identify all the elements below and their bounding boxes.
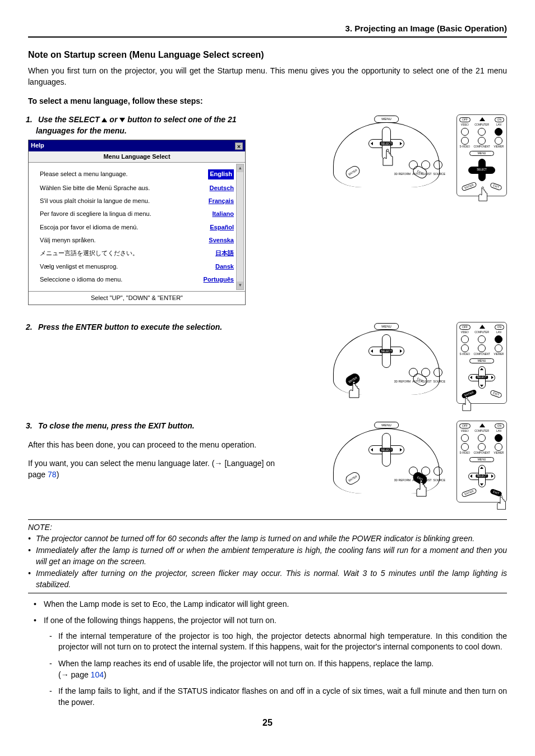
lang-prompt: Seleccione o idioma do menu. [40,275,122,284]
lang-prompt: メニュー言語を選択してください。 [40,249,139,257]
lang-prompt: Please select a menu language. [40,170,128,178]
lang-name: Français [209,197,234,205]
scroll-down-icon[interactable]: ▾ [237,282,243,289]
down-triangle-icon [119,118,125,122]
lang-name: Deutsch [210,184,234,192]
remote-exit-button: EXIT [490,390,502,399]
lang-name: English [208,169,234,179]
step2-row: 2. Press the ENTER button to execute the… [28,322,507,404]
intro-paragraph: When you first turn on the projector, yo… [28,66,507,87]
up-arrow-icon [480,160,483,163]
lang-prompt: Välj menyn språken. [40,236,96,245]
list-item[interactable]: Per favore di scegliere la lingua di men… [40,208,234,220]
remote-exit-button: EXIT [490,182,502,191]
list-item[interactable]: メニュー言語を選択してください。 日本語 [40,247,234,260]
hand-pointer-icon [493,494,508,512]
lang-prompt: Wählen Sie bitte die Menü Sprache aus. [40,184,150,192]
dialog-footer: Select "UP", "DOWN" & "ENTER" [29,291,245,305]
page-number: 25 [28,717,507,729]
dash-item: If the lamp fails to light, and if the S… [58,686,507,708]
step2: 2. Press the ENTER button to execute the… [28,322,275,333]
note-block: NOTE: The projector cannot be turned off… [28,522,507,591]
lang-prompt: Escoja por favor el idioma de menú. [40,223,138,232]
remote-diagram-enter: OFFON VIDEOCOMPUTERLAN S-VIDEOCOMPONENTV… [456,322,507,404]
step3-row: 3. To close the menu, press the EXIT but… [28,421,507,503]
close-icon[interactable]: × [235,142,243,150]
list-item[interactable]: Escoja por favor el idioma de menú. Espa… [40,221,234,234]
lang-name: 日本語 [215,249,234,257]
menu-language-dialog: Help × Menu Language Select Please selec… [28,140,246,305]
panel-select-cross: SELECT [368,338,404,365]
up-triangle-icon [102,118,107,122]
dash-list: If the internal temperature of the proje… [44,631,507,708]
step1-num: 1. [26,114,36,126]
lang-prompt: Per favore di scegliere la lingua di men… [40,210,151,218]
right-arrow-icon [400,142,402,145]
dialog-subtitle: Menu Language Select [29,151,245,163]
list-item[interactable]: Seleccione o idioma do menu. Português [40,273,234,286]
bullet-list: When the Lamp mode is set to Eco, the La… [28,599,507,708]
hand-pointer-icon [458,395,473,413]
after-step-text2: If you want, you can select the menu lan… [28,458,275,480]
control-panel-diagram-enter: MENU SELECT ENTER EXIT 3D REFORMAUTO ADJ… [333,322,440,389]
lang-name: Dansk [215,262,234,271]
lang-name: Español [210,223,234,232]
scrollbar[interactable]: ▴ ▾ [236,164,244,290]
lang-name: Português [204,275,234,284]
after-step-text1: After this has been done, you can procee… [28,440,275,451]
panel-aux-buttons [409,160,442,169]
divider [28,519,507,520]
list-item[interactable]: Välj menyn språken. Svenska [40,234,234,247]
step1: 1. Use the SELECT or button to select on… [28,114,275,136]
bullet-item: If one of the following things happens, … [44,615,507,708]
lang-prompt: S'il vous plaît choisir la langue de men… [40,197,150,205]
dash-item: When the lamp reaches its end of usable … [58,658,507,680]
left-arrow-icon [371,142,373,145]
list-item[interactable]: S'il vous plaît choisir la langue de men… [40,195,234,208]
panel-aux-labels: 3D REFORMAUTO ADJUSTSOURCE [394,172,445,176]
panel-select-label: SELECT [380,142,393,146]
page-link-104[interactable]: 104 [91,670,104,679]
step3-num: 3. [26,421,36,432]
step1-row: 1. Use the SELECT or button to select on… [28,114,507,305]
remote-menu-button: MENU [469,151,495,156]
step2-num: 2. [26,322,36,333]
remote-diagram-exit: OFFON VIDEOCOMPUTERLAN S-VIDEOCOMPONENTV… [456,421,507,503]
subheading: Note on Startup screen (Menu Language Se… [28,49,507,61]
control-panel-diagram-select: MENU SELECT ENTER EXIT 3D REFORMAUTO ADJ… [333,114,440,182]
down-arrow-icon [480,177,483,179]
scroll-up-icon[interactable]: ▴ [237,164,243,172]
list-item[interactable]: Wählen Sie bitte die Menü Sprache aus. D… [40,182,234,195]
lang-prompt: Vælg venligst et menusprog. [40,262,118,271]
control-panel-diagram-exit: MENU SELECT ENTER EXIT 3D REFORMAUTO ADJ… [333,421,440,488]
language-list: Please select a menu language. English W… [29,163,245,291]
bullet-item: When the Lamp mode is set to Eco, the La… [44,599,507,610]
remote-button-grid: VIDEOCOMPUTERLAN S-VIDEOCOMPONENTVIEWER [459,124,504,148]
hand-pointer-icon [474,186,489,204]
note-item: Immediately after turning on the project… [36,568,507,590]
hand-pointer-icon [412,479,428,499]
remote-diagram-select: OFF ON VIDEOCOMPUTERLAN S-VIDEOCOMPONENT… [456,114,507,196]
note-title: NOTE: [28,523,52,532]
remote-off-button: OFF [459,117,471,122]
step3: 3. To close the menu, press the EXIT but… [28,421,275,432]
remote-led-icon [479,117,485,121]
lang-name: Svenska [209,236,234,245]
dash-item: If the internal temperature of the proje… [58,631,507,653]
panel-select-label: SELECT [380,349,393,353]
section-header: 3. Projecting an Image (Basic Operation) [28,22,507,38]
list-item[interactable]: Vælg venligst et menusprog. Dansk [40,260,234,273]
step1-text-a: Use the SELECT [38,115,102,124]
note-item: The projector cannot be turned off for 6… [36,533,507,545]
page-link-78[interactable]: 78 [48,470,57,479]
remote-select-dpad: SELECT [468,159,495,181]
panel-menu-button: MENU [374,323,399,330]
remote-select-label: SELECT [476,168,488,172]
left-arrow-icon [470,168,472,172]
lang-name: Italiano [212,210,234,218]
list-item[interactable]: Please select a menu language. English [40,167,234,181]
divider [28,593,507,593]
dialog-titlebar: Help × [29,140,245,151]
step2-text: Press the ENTER button to execute the se… [38,322,222,331]
hand-pointer-icon [344,380,361,400]
